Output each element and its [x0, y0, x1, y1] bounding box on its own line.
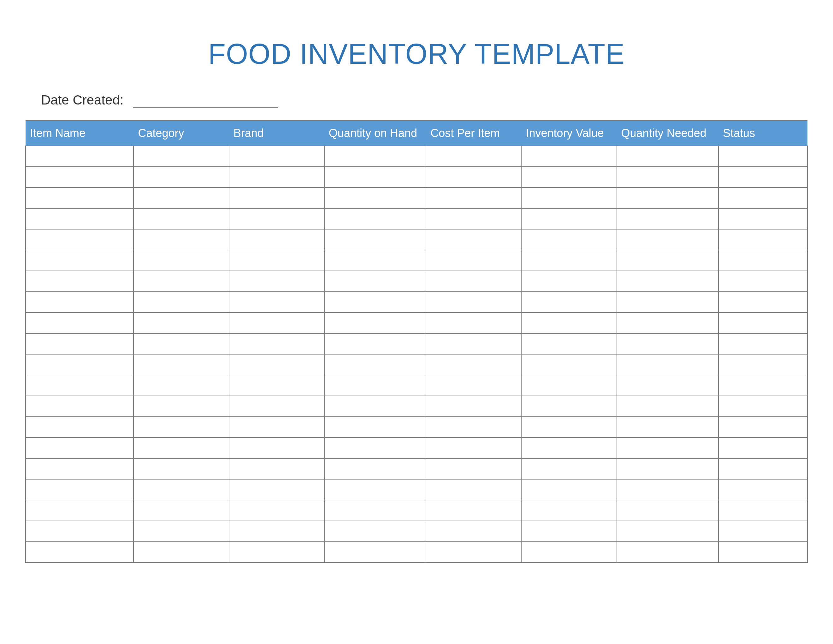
table-cell[interactable] [426, 354, 521, 375]
table-cell[interactable] [229, 354, 324, 375]
table-cell[interactable] [426, 188, 521, 208]
table-cell[interactable] [426, 417, 521, 438]
table-cell[interactable] [521, 271, 616, 292]
table-cell[interactable] [26, 271, 133, 292]
table-cell[interactable] [617, 167, 719, 188]
table-cell[interactable] [324, 167, 426, 188]
table-cell[interactable] [26, 167, 133, 188]
table-cell[interactable] [719, 479, 807, 500]
table-cell[interactable] [719, 208, 807, 229]
table-cell[interactable] [521, 542, 616, 563]
table-cell[interactable] [426, 542, 521, 563]
table-cell[interactable] [324, 417, 426, 438]
table-cell[interactable] [521, 188, 616, 208]
table-cell[interactable] [133, 271, 229, 292]
table-cell[interactable] [719, 333, 807, 354]
table-cell[interactable] [719, 354, 807, 375]
table-cell[interactable] [521, 438, 616, 458]
table-cell[interactable] [521, 146, 616, 167]
table-cell[interactable] [617, 229, 719, 250]
table-cell[interactable] [324, 479, 426, 500]
table-cell[interactable] [426, 438, 521, 458]
table-cell[interactable] [521, 417, 616, 438]
table-cell[interactable] [229, 542, 324, 563]
table-cell[interactable] [133, 542, 229, 563]
table-cell[interactable] [324, 500, 426, 521]
table-cell[interactable] [521, 479, 616, 500]
table-cell[interactable] [229, 229, 324, 250]
table-cell[interactable] [521, 312, 616, 333]
table-cell[interactable] [324, 271, 426, 292]
table-cell[interactable] [133, 438, 229, 458]
table-cell[interactable] [617, 354, 719, 375]
table-cell[interactable] [229, 312, 324, 333]
table-cell[interactable] [617, 146, 719, 167]
table-cell[interactable] [324, 292, 426, 312]
table-cell[interactable] [229, 521, 324, 542]
table-cell[interactable] [133, 500, 229, 521]
table-cell[interactable] [719, 458, 807, 479]
table-cell[interactable] [617, 417, 719, 438]
table-cell[interactable] [521, 458, 616, 479]
table-cell[interactable] [133, 375, 229, 396]
table-cell[interactable] [426, 500, 521, 521]
table-cell[interactable] [133, 250, 229, 271]
table-cell[interactable] [617, 312, 719, 333]
table-cell[interactable] [26, 521, 133, 542]
table-cell[interactable] [26, 438, 133, 458]
table-cell[interactable] [133, 333, 229, 354]
table-cell[interactable] [426, 250, 521, 271]
table-cell[interactable] [229, 458, 324, 479]
table-cell[interactable] [26, 479, 133, 500]
table-cell[interactable] [617, 250, 719, 271]
table-cell[interactable] [719, 146, 807, 167]
table-cell[interactable] [26, 333, 133, 354]
table-cell[interactable] [617, 521, 719, 542]
table-cell[interactable] [617, 333, 719, 354]
table-cell[interactable] [26, 146, 133, 167]
table-cell[interactable] [26, 458, 133, 479]
table-cell[interactable] [324, 188, 426, 208]
table-cell[interactable] [26, 292, 133, 312]
table-cell[interactable] [426, 479, 521, 500]
table-cell[interactable] [324, 146, 426, 167]
table-cell[interactable] [133, 167, 229, 188]
table-cell[interactable] [133, 146, 229, 167]
table-cell[interactable] [133, 188, 229, 208]
table-cell[interactable] [26, 229, 133, 250]
table-cell[interactable] [229, 271, 324, 292]
table-cell[interactable] [719, 167, 807, 188]
table-cell[interactable] [26, 375, 133, 396]
table-cell[interactable] [719, 375, 807, 396]
table-cell[interactable] [521, 500, 616, 521]
table-cell[interactable] [521, 396, 616, 417]
table-cell[interactable] [324, 312, 426, 333]
table-cell[interactable] [229, 208, 324, 229]
table-cell[interactable] [617, 188, 719, 208]
table-cell[interactable] [426, 208, 521, 229]
table-cell[interactable] [719, 438, 807, 458]
table-cell[interactable] [521, 292, 616, 312]
table-cell[interactable] [617, 542, 719, 563]
table-cell[interactable] [324, 458, 426, 479]
table-cell[interactable] [521, 333, 616, 354]
table-cell[interactable] [617, 292, 719, 312]
table-cell[interactable] [617, 271, 719, 292]
table-cell[interactable] [521, 208, 616, 229]
table-cell[interactable] [26, 500, 133, 521]
table-cell[interactable] [229, 188, 324, 208]
table-cell[interactable] [324, 542, 426, 563]
table-cell[interactable] [324, 250, 426, 271]
table-cell[interactable] [324, 521, 426, 542]
date-created-field[interactable] [133, 92, 278, 108]
table-cell[interactable] [229, 396, 324, 417]
table-cell[interactable] [617, 479, 719, 500]
table-cell[interactable] [719, 417, 807, 438]
table-cell[interactable] [229, 479, 324, 500]
table-cell[interactable] [617, 208, 719, 229]
table-cell[interactable] [229, 375, 324, 396]
table-cell[interactable] [426, 271, 521, 292]
table-cell[interactable] [229, 417, 324, 438]
table-cell[interactable] [426, 292, 521, 312]
table-cell[interactable] [26, 188, 133, 208]
